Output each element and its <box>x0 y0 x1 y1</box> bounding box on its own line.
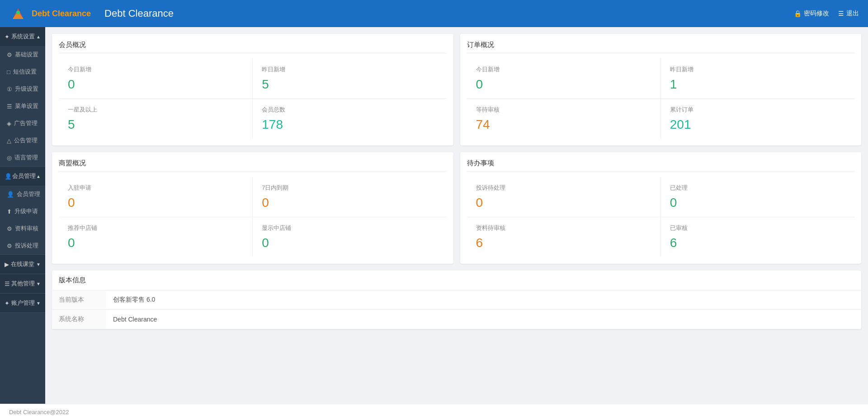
sidebar-section-member-header[interactable]: 👤 会员管理 ▲ <box>0 167 45 186</box>
pending-handled-value: 0 <box>670 196 845 210</box>
version-system-name-value: Debt Clearance <box>106 310 861 329</box>
complaint-icon: ⚙ <box>7 243 12 249</box>
member-yesterday-new-label: 昨日新增 <box>262 65 437 74</box>
sidebar-section-other: ☰ 其他管理 ▼ <box>0 274 45 294</box>
sidebar-item-complaint-handling[interactable]: ⚙投诉处理 <box>0 237 45 254</box>
sidebar-section-other-header[interactable]: ☰ 其他管理 ▼ <box>0 274 45 293</box>
sidebar-item-language[interactable]: ◎语言管理 <box>0 149 45 166</box>
header-title: Debt Clearance <box>104 8 794 19</box>
upgrade-icon: ① <box>7 86 12 93</box>
member-stat-yesterday-new: 昨日新增 5 <box>253 59 446 98</box>
main-content: 会员概况 今日新增 0 昨日新增 5 一星及以上 5 会员总 <box>45 27 868 404</box>
pending-stats-grid: 投诉待处理 0 已处理 0 资料待审核 6 已审核 6 <box>467 177 855 257</box>
sidebar-item-sms-settings[interactable]: □短信设置 <box>0 63 45 80</box>
order-overview-title: 订单概况 <box>467 41 855 53</box>
chevron-down-icon-account: ▼ <box>36 301 41 306</box>
order-today-new-value: 0 <box>476 77 651 92</box>
sidebar-item-announcement[interactable]: △公告管理 <box>0 132 45 149</box>
sidebar-item-basic-settings[interactable]: ⚙基础设置 <box>0 46 45 63</box>
sidebar-item-member-management[interactable]: 👤会员管理 <box>0 186 45 203</box>
order-stat-total: 累计订单 201 <box>661 99 854 139</box>
chevron-down-icon-other: ▼ <box>36 281 41 286</box>
member-one-star-value: 5 <box>68 117 243 132</box>
upgrade-app-icon: ⬆ <box>7 208 12 215</box>
member-overview-card: 会员概况 今日新增 0 昨日新增 5 一星及以上 5 会员总 <box>52 34 453 145</box>
logout-button[interactable]: ☰ 退出 <box>838 9 859 18</box>
version-current-value: 创客新零售 6.0 <box>106 290 861 310</box>
order-overview-card: 订单概况 今日新增 0 昨日新增 1 等待审核 74 累计订 <box>460 34 862 145</box>
order-yesterday-new-label: 昨日新增 <box>670 65 845 74</box>
member-one-star-label: 一星及以上 <box>68 106 243 114</box>
review-icon: ⚙ <box>7 225 12 232</box>
order-stat-yesterday-new: 昨日新增 1 <box>661 59 854 98</box>
order-stats-grid: 今日新增 0 昨日新增 1 等待审核 74 累计订单 201 <box>467 59 855 139</box>
order-today-new-label: 今日新增 <box>476 65 651 74</box>
version-table: 当前版本 创客新零售 6.0 系统名称 Debt Clearance <box>52 290 861 329</box>
merchant-stat-expiring: 7日内到期 0 <box>253 177 446 217</box>
merchant-stat-recommended: 推荐中店铺 0 <box>59 217 252 257</box>
pending-reviewed-value: 6 <box>670 236 845 250</box>
member-stat-today-new: 今日新增 0 <box>59 59 252 98</box>
sidebar-section-system-header[interactable]: ✦ 系统设置 ▲ <box>0 27 45 46</box>
sidebar-item-ad-management[interactable]: ◈广告管理 <box>0 115 45 132</box>
sidebar-item-upgrade-settings[interactable]: ①升级设置 <box>0 80 45 98</box>
pending-handled-label: 已处理 <box>670 184 845 192</box>
merchant-stat-application: 入驻申请 0 <box>59 177 252 217</box>
version-info-title: 版本信息 <box>52 271 861 290</box>
lock-icon: 🔒 <box>794 10 802 17</box>
person-icon: 👤 <box>7 191 14 198</box>
sidebar-section-online-class: ▶ 在线课堂 ▼ <box>0 255 45 274</box>
sidebar-section-account: ✦ 账户管理 ▼ <box>0 294 45 313</box>
gear-icon: ⚙ <box>7 51 12 58</box>
class-icon: ▶ <box>5 261 9 268</box>
logo-icon <box>9 5 27 23</box>
sidebar-section-system: ✦ 系统设置 ▲ ⚙基础设置 □短信设置 ①升级设置 ☰菜单设置 ◈广告管理 △… <box>0 27 45 167</box>
sidebar-item-data-review[interactable]: ⚙资料审核 <box>0 220 45 237</box>
logo-text: Debt Clearance <box>32 9 91 19</box>
order-total-label: 累计订单 <box>670 106 845 114</box>
header-actions: 🔒 密码修改 ☰ 退出 <box>794 9 859 18</box>
merchant-stats-grid: 入驻申请 0 7日内到期 0 推荐中店铺 0 显示中店铺 0 <box>59 177 447 257</box>
member-today-new-label: 今日新增 <box>68 65 243 74</box>
merchant-overview-title: 商盟概况 <box>59 159 447 172</box>
member-yesterday-new-value: 5 <box>262 77 437 92</box>
footer: Debt Clearance@2022 <box>0 404 868 420</box>
pending-data-review-label: 资料待审核 <box>476 224 651 232</box>
version-row-current: 当前版本 创客新零售 6.0 <box>52 290 861 310</box>
pending-items-card: 待办事项 投诉待处理 0 已处理 0 资料待审核 6 已审核 <box>460 152 862 264</box>
order-stat-pending-review: 等待审核 74 <box>467 99 660 139</box>
pending-complaint-label: 投诉待处理 <box>476 184 651 192</box>
sidebar-item-menu-settings[interactable]: ☰菜单设置 <box>0 98 45 115</box>
pending-stat-data-review: 资料待审核 6 <box>467 217 660 257</box>
chevron-down-icon-class: ▼ <box>36 262 41 267</box>
dashboard-row-1: 会员概况 今日新增 0 昨日新增 5 一星及以上 5 会员总 <box>52 34 861 145</box>
member-total-label: 会员总数 <box>262 106 437 114</box>
logout-icon: ☰ <box>838 10 844 17</box>
member-stats-grid: 今日新增 0 昨日新增 5 一星及以上 5 会员总数 178 <box>59 59 447 139</box>
pending-stat-reviewed: 已审核 6 <box>661 217 854 257</box>
merchant-overview-card: 商盟概况 入驻申请 0 7日内到期 0 推荐中店铺 0 显示 <box>52 152 453 264</box>
dashboard-row-2: 商盟概况 入驻申请 0 7日内到期 0 推荐中店铺 0 显示 <box>52 152 861 264</box>
logo: Debt Clearance <box>9 5 91 23</box>
sidebar-section-online-class-header[interactable]: ▶ 在线课堂 ▼ <box>0 255 45 274</box>
ad-icon: ◈ <box>7 120 11 127</box>
password-change-button[interactable]: 🔒 密码修改 <box>794 9 829 18</box>
member-icon: 👤 <box>5 173 12 180</box>
pending-reviewed-label: 已审核 <box>670 224 845 232</box>
sidebar-item-upgrade-application[interactable]: ⬆升级申请 <box>0 203 45 220</box>
sidebar: ✦ 系统设置 ▲ ⚙基础设置 □短信设置 ①升级设置 ☰菜单设置 ◈广告管理 △… <box>0 27 45 404</box>
sms-icon: □ <box>7 69 10 75</box>
merchant-recommended-value: 0 <box>68 236 243 250</box>
pending-items-title: 待办事项 <box>467 159 855 172</box>
language-icon: ◎ <box>7 154 12 161</box>
merchant-active-label: 显示中店铺 <box>262 224 437 232</box>
member-stat-total: 会员总数 178 <box>253 99 446 139</box>
order-pending-review-label: 等待审核 <box>476 106 651 114</box>
sidebar-section-account-header[interactable]: ✦ 账户管理 ▼ <box>0 294 45 313</box>
announcement-icon: △ <box>7 137 11 144</box>
menu-icon: ☰ <box>7 103 12 110</box>
account-icon: ✦ <box>5 300 9 307</box>
member-total-value: 178 <box>262 117 437 132</box>
order-yesterday-new-value: 1 <box>670 77 845 92</box>
version-info-card: 版本信息 当前版本 创客新零售 6.0 系统名称 Debt Clearance <box>52 271 861 329</box>
